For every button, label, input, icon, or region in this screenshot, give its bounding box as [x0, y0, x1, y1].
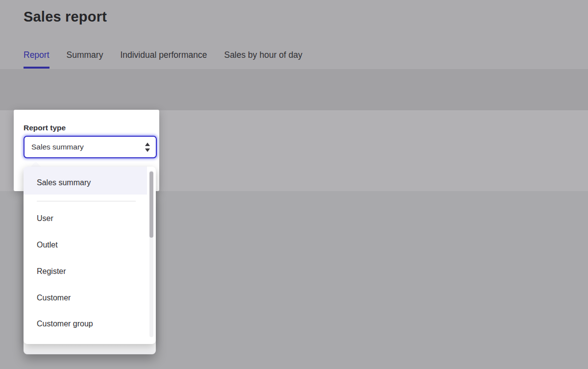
report-type-label: Report type [24, 123, 66, 132]
stepper-down-icon [145, 148, 150, 152]
dropdown-item-sales-summary[interactable]: Sales summary [37, 178, 91, 187]
dropdown-item-customer[interactable]: Customer [37, 294, 71, 302]
sales-report-page: Sales report Report Summary Individual p… [0, 0, 588, 369]
report-type-select[interactable]: Sales summary [24, 136, 157, 158]
report-type-dropdown: Sales summary User Outlet Register Custo… [24, 167, 156, 344]
dropdown-item-user[interactable]: User [37, 214, 53, 223]
dropdown-scrollbar[interactable] [149, 172, 153, 238]
dropdown-item-outlet[interactable]: Outlet [37, 241, 58, 249]
dropdown-item-customer-group[interactable]: Customer group [37, 320, 93, 328]
report-type-stepper [145, 143, 150, 152]
dropdown-divider [37, 201, 136, 201]
stepper-up-icon [145, 143, 150, 146]
report-type-value: Sales summary [31, 143, 141, 151]
dropdown-item-register[interactable]: Register [37, 267, 66, 276]
